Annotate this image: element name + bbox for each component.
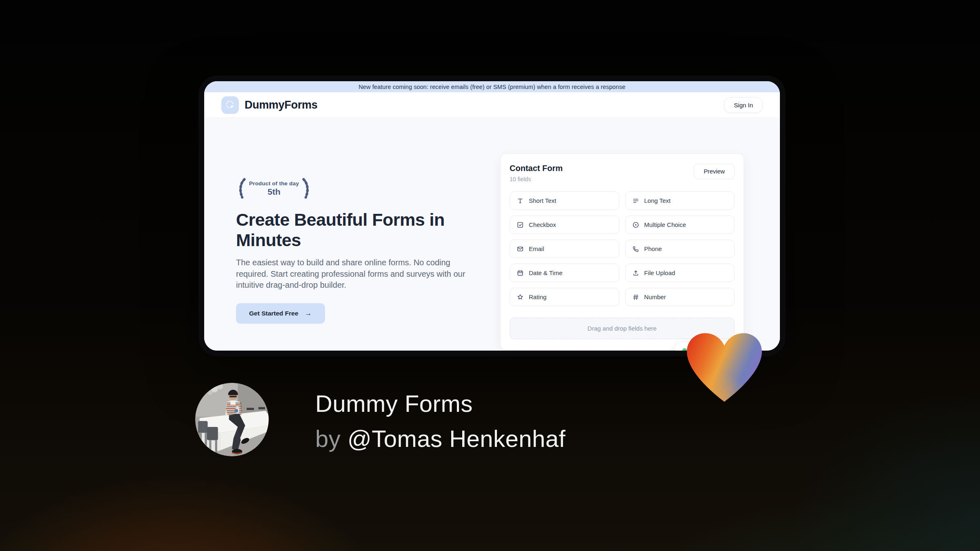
field-type-label: Multiple Choice xyxy=(644,221,686,228)
hash-icon xyxy=(632,293,639,301)
upload-icon xyxy=(632,269,639,277)
hero-title: Create Beautiful Forms in Minutes xyxy=(236,209,457,250)
preview-button[interactable]: Preview xyxy=(694,164,735,179)
credit-author: @Tomas Henkenhaf xyxy=(347,425,566,452)
field-type-button[interactable]: File Upload xyxy=(625,264,735,282)
field-type-button[interactable]: Email xyxy=(510,240,619,258)
brand[interactable]: DummyForms xyxy=(221,96,318,114)
short-text-icon xyxy=(517,197,524,204)
field-type-button[interactable]: Date & Time xyxy=(510,264,619,282)
field-type-button[interactable]: Phone xyxy=(625,240,735,258)
hero-copy: Product of the day 5th Create Beautiful … xyxy=(236,178,477,324)
get-started-label: Get Started Free xyxy=(249,310,298,317)
field-type-button[interactable]: Rating xyxy=(510,288,619,306)
field-type-label: Checkbox xyxy=(529,221,556,228)
form-title: Contact Form xyxy=(510,164,563,173)
announcement-banner: New feature coming soon: receive emails … xyxy=(204,81,780,92)
hero-description: The easiest way to build and share onlin… xyxy=(236,257,472,291)
calendar-icon xyxy=(517,269,524,277)
get-started-button[interactable]: Get Started Free → xyxy=(236,303,325,324)
product-of-the-day-badge: Product of the day 5th xyxy=(236,178,477,200)
multiple-choice-icon xyxy=(632,221,639,229)
email-icon xyxy=(517,245,524,253)
form-builder-card: Contact Form 10 fields Preview Short Tex… xyxy=(500,153,744,350)
credit-title: Dummy Forms xyxy=(315,386,566,421)
hero-section: Product of the day 5th Create Beautiful … xyxy=(204,118,780,351)
dummyforms-logo-icon xyxy=(221,96,239,114)
field-type-button[interactable]: Long Text xyxy=(625,191,735,210)
field-type-label: Phone xyxy=(644,245,662,252)
field-type-label: Date & Time xyxy=(529,269,563,276)
field-type-button[interactable]: Short Text xyxy=(510,191,619,210)
avatar xyxy=(195,383,269,456)
field-type-button[interactable]: Checkbox xyxy=(510,216,619,234)
announcement-text: New feature coming soon: receive emails … xyxy=(359,84,625,90)
sign-in-button[interactable]: Sign In xyxy=(724,97,763,113)
long-text-icon xyxy=(632,197,639,204)
site-header: DummyForms Sign In xyxy=(204,92,780,118)
brand-name: DummyForms xyxy=(245,99,318,111)
dropzone-text: Drag and drop fields here xyxy=(588,325,657,332)
credit-byline-prefix: by xyxy=(315,425,347,452)
browser-window: New feature coming soon: receive emails … xyxy=(198,76,786,356)
phone-icon xyxy=(632,245,639,253)
field-type-label: File Upload xyxy=(644,269,675,276)
potd-label: Product of the day xyxy=(249,180,299,187)
laurel-left-icon xyxy=(236,178,247,200)
field-type-button[interactable]: Multiple Choice xyxy=(625,216,735,234)
field-type-label: Short Text xyxy=(529,197,556,204)
field-type-label: Rating xyxy=(529,293,546,300)
field-type-button[interactable]: Number xyxy=(625,288,735,306)
laurel-right-icon xyxy=(301,178,312,200)
form-field-count: 10 fields xyxy=(510,176,563,182)
field-type-label: Email xyxy=(529,245,544,252)
heart-icon xyxy=(684,329,764,405)
checkbox-icon xyxy=(517,221,524,229)
potd-rank: 5th xyxy=(249,187,299,197)
credit-text: Dummy Forms by @Tomas Henkenhaf xyxy=(315,386,566,456)
field-type-label: Number xyxy=(644,293,666,300)
field-type-label: Long Text xyxy=(644,197,671,204)
star-icon xyxy=(517,293,524,301)
field-grid: Short Text Long Text Checkbox Multiple C… xyxy=(510,191,735,306)
arrow-right-icon: → xyxy=(305,309,312,318)
